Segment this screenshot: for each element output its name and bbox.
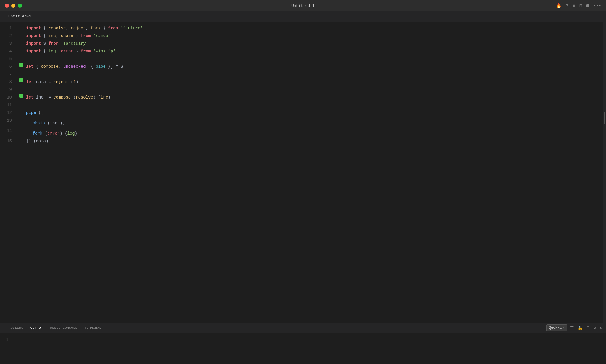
lock-icon[interactable]: 🔒	[577, 325, 583, 331]
list-icon[interactable]: ☰	[570, 325, 575, 331]
line-content-7	[25, 70, 606, 78]
line-content-14: fork (error) (log)	[25, 127, 606, 137]
line-number-8: 8	[0, 78, 18, 86]
tabbar: Untitled-1	[0, 11, 606, 22]
maximize-button[interactable]	[18, 4, 22, 8]
panel-actions: Quokka ▾ ☰ 🔒 🗑 ∧ ✕	[546, 324, 603, 331]
line-content-11	[25, 101, 606, 109]
panel-select[interactable]: Quokka ▾	[546, 324, 567, 331]
code-line-5: 5	[0, 55, 606, 63]
code-line-6: 6 let { compose, unchecked: { pipe }} = …	[0, 63, 606, 70]
line-content-6: let { compose, unchecked: { pipe }} = S	[25, 63, 606, 70]
line-number-10: 10	[0, 94, 18, 101]
breakpoint-10	[19, 94, 23, 98]
code-line-2: 2 import { inc, chain } from 'ramda'	[0, 32, 606, 40]
titlebar-actions: 🔥 ⊡ ▦ ⊞ •••	[556, 3, 601, 9]
panel-select-value: Quokka	[549, 326, 562, 330]
editor-container: 1 import { resolve, reject, fork } from …	[0, 22, 606, 323]
panel-content: 1	[0, 333, 606, 364]
close-panel-icon[interactable]: ✕	[599, 325, 603, 331]
chevron-down-icon: ▾	[563, 326, 565, 330]
line-content-2: import { inc, chain } from 'ramda'	[25, 32, 606, 40]
layout-icon[interactable]: ⊞	[579, 3, 582, 9]
tab-problems[interactable]: PROBLEMS	[3, 323, 27, 333]
breakpoint-6	[19, 63, 23, 67]
minimize-button[interactable]	[11, 4, 15, 8]
panel-line-1: 1	[6, 337, 8, 342]
status-dot	[586, 4, 589, 7]
code-line-1: 1 import { resolve, reject, fork } from …	[0, 24, 606, 32]
more-icon[interactable]: •••	[593, 3, 601, 8]
line-number-1: 1	[0, 24, 18, 32]
line-number-13: 13	[0, 117, 18, 124]
chevron-up-icon[interactable]: ∧	[593, 325, 597, 331]
line-gutter-10	[18, 94, 25, 98]
titlebar: Untitled-1 🔥 ⊡ ▦ ⊞ •••	[0, 0, 606, 11]
line-number-4: 4	[0, 47, 18, 55]
tab-terminal[interactable]: TERMINAL	[81, 323, 105, 333]
line-number-12: 12	[0, 109, 18, 117]
code-line-8: 8 let data = reject (1)	[0, 78, 606, 86]
line-content-1: import { resolve, reject, fork } from 'f…	[25, 24, 606, 32]
line-content-15: ]) (data)	[25, 137, 606, 145]
code-line-10: 10 let inc_ = compose (resolve) (inc)	[0, 94, 606, 101]
line-content-5	[25, 55, 606, 63]
scrollbar-thumb[interactable]	[604, 112, 605, 124]
code-line-14: 14 fork (error) (log)	[0, 127, 606, 137]
code-area[interactable]: 1 import { resolve, reject, fork } from …	[0, 22, 606, 323]
scrollbar-track[interactable]	[603, 22, 606, 323]
close-button[interactable]	[5, 4, 9, 8]
flame-icon[interactable]: 🔥	[556, 3, 562, 9]
panel-tabs: PROBLEMS OUTPUT DEBUG CONSOLE TERMINAL Q…	[0, 323, 606, 333]
line-content-8: let data = reject (1)	[25, 78, 606, 86]
line-gutter-6	[18, 63, 25, 67]
window-title: Untitled-1	[291, 4, 315, 8]
line-number-15: 15	[0, 137, 18, 145]
trash-icon[interactable]: 🗑	[586, 325, 591, 331]
code-line-11: 11	[0, 101, 606, 109]
line-gutter-8	[18, 78, 25, 82]
line-content-10: let inc_ = compose (resolve) (inc)	[25, 94, 606, 101]
code-line-9: 9	[0, 86, 606, 94]
line-number-7: 7	[0, 70, 18, 78]
code-line-7: 7	[0, 70, 606, 78]
traffic-lights	[5, 4, 22, 8]
line-number-9: 9	[0, 86, 18, 94]
line-content-4: import { log, error } from 'wink-fp'	[25, 47, 606, 55]
line-number-11: 11	[0, 101, 18, 109]
line-content-9	[25, 86, 606, 94]
code-line-3: 3 import S from 'sanctuary'	[0, 40, 606, 47]
bottom-panel: PROBLEMS OUTPUT DEBUG CONSOLE TERMINAL Q…	[0, 323, 606, 364]
line-number-14: 14	[0, 127, 18, 135]
code-line-12: 12 pipe ([	[0, 109, 606, 117]
tab-untitled[interactable]: Untitled-1	[5, 11, 35, 22]
split-icon[interactable]: ⊡	[566, 3, 568, 9]
columns-icon[interactable]: ▦	[573, 3, 575, 9]
line-content-12: pipe ([	[25, 109, 606, 117]
editor-main: 1 import { resolve, reject, fork } from …	[0, 22, 606, 323]
tab-debug-console[interactable]: DEBUG CONSOLE	[46, 323, 81, 333]
line-number-2: 2	[0, 32, 18, 40]
code-line-15: 15 ]) (data)	[0, 137, 606, 145]
code-line-4: 4 import { log, error } from 'wink-fp'	[0, 47, 606, 55]
line-number-3: 3	[0, 40, 18, 47]
line-number-5: 5	[0, 55, 18, 63]
line-content-13: chain (inc_),	[25, 117, 606, 127]
line-number-6: 6	[0, 63, 18, 70]
tab-output[interactable]: OUTPUT	[27, 323, 47, 333]
code-line-13: 13 chain (inc_),	[0, 117, 606, 127]
breakpoint-8	[19, 78, 23, 82]
line-content-3: import S from 'sanctuary'	[25, 40, 606, 47]
